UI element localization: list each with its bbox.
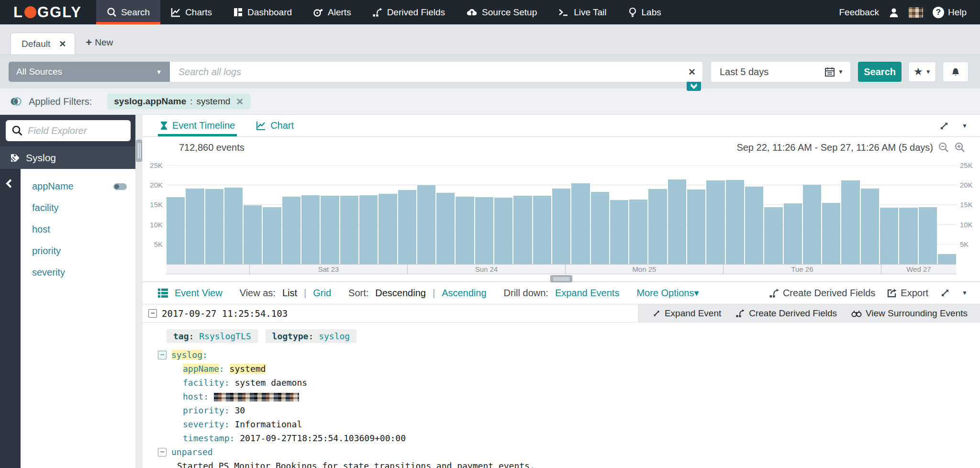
export-button[interactable]: Export (887, 288, 928, 299)
nav-item-search[interactable]: Search (96, 0, 160, 24)
expand-event-button[interactable]: Expand Event (652, 308, 721, 319)
sort-ascending[interactable]: Ascending (442, 288, 486, 299)
nav-item-derived-fields[interactable]: Derived Fields (362, 0, 456, 24)
view-as-list[interactable]: List (282, 288, 297, 299)
timeline-bar[interactable] (379, 194, 397, 264)
unparsed-label[interactable]: unparsed (171, 445, 213, 459)
timeline-bar[interactable] (726, 180, 744, 264)
timeline-bar[interactable] (456, 197, 474, 264)
panel-resize-handle[interactable] (136, 140, 142, 162)
sidebar-group-syslog[interactable]: Syslog (0, 146, 135, 169)
field-filter-toggle-icon[interactable] (113, 183, 127, 190)
timeline-bar[interactable] (340, 196, 358, 264)
field-item-facility[interactable]: facility (21, 197, 135, 219)
tree-root-key[interactable]: syslog (171, 350, 202, 360)
timeline-bar[interactable] (880, 208, 898, 264)
expand-panel-icon[interactable] (940, 288, 950, 298)
field-explorer-input[interactable] (28, 125, 125, 136)
timeline-bar[interactable] (359, 195, 378, 264)
tree-field-host[interactable]: host: (143, 390, 980, 403)
view-surrounding-events-button[interactable]: View Surrounding Events (851, 308, 968, 319)
timeline-bar[interactable] (648, 189, 667, 264)
timeline-bar[interactable] (803, 185, 821, 264)
timeline-bar[interactable] (687, 189, 705, 264)
timeline-bar[interactable] (706, 180, 724, 265)
timeline-bar[interactable] (591, 192, 609, 264)
field-item-appname[interactable]: appName (21, 176, 135, 197)
timeline-resize-handle[interactable] (550, 275, 572, 282)
search-button[interactable]: Search (858, 62, 902, 82)
create-derived-fields-button[interactable]: Create Derived Fields (769, 288, 875, 299)
tree-field-facility[interactable]: facility: system daemons (143, 376, 980, 390)
collapse-chevron-icon[interactable] (6, 179, 14, 188)
tab-close-icon[interactable]: ✕ (59, 39, 66, 49)
timeline-bar[interactable] (224, 188, 243, 264)
tree-field-priority[interactable]: priority: 30 (143, 403, 980, 417)
new-tab-button[interactable]: + New (86, 36, 113, 49)
loggly-logo[interactable]: LGGLY (0, 0, 96, 24)
source-selector[interactable]: All Sources ▼ (9, 62, 170, 82)
event-view-label[interactable]: Event View (175, 288, 223, 299)
timeline-bar[interactable] (938, 254, 956, 264)
timeline-bar[interactable] (668, 179, 686, 264)
view-as-grid[interactable]: Grid (313, 288, 331, 299)
create-derived-fields-button[interactable]: Create Derived Fields (735, 308, 837, 319)
tree-field-timestamp[interactable]: timestamp: 2017-09-27T18:25:54.103609+00… (143, 431, 980, 445)
remove-filter-icon[interactable]: ✕ (236, 96, 244, 107)
redacted-account-badge[interactable] (909, 7, 923, 18)
tab-event-timeline[interactable]: Event Timeline (158, 115, 237, 136)
user-icon[interactable] (889, 7, 899, 18)
zoom-out-icon[interactable] (938, 142, 949, 153)
nav-item-source-setup[interactable]: Source Setup (456, 0, 547, 24)
expand-search-chevrons-icon[interactable] (687, 82, 701, 91)
timeline-bar[interactable] (841, 180, 859, 265)
timeline-bar[interactable] (167, 197, 185, 264)
timeline-bar[interactable] (436, 193, 455, 264)
collapse-event-icon[interactable]: − (148, 309, 157, 318)
help-link[interactable]: ?Help (933, 7, 967, 18)
nav-item-dashboard[interactable]: Dashboard (223, 0, 302, 24)
timeline-bar[interactable] (533, 196, 551, 264)
timeline-bar[interactable] (571, 183, 590, 264)
field-item-priority[interactable]: priority (21, 240, 135, 262)
timeline-bar[interactable] (610, 200, 628, 264)
tab-chart[interactable]: Chart (254, 115, 296, 136)
timeline-bar[interactable] (417, 185, 435, 264)
nav-item-labs[interactable]: Labs (617, 0, 672, 24)
expand-events-link[interactable]: Expand Events (555, 288, 620, 299)
search-input[interactable] (170, 62, 702, 82)
tree-field-appname[interactable]: appName: systemd (143, 362, 980, 376)
panel-menu-caret-icon[interactable]: ▼ (962, 123, 968, 129)
nav-item-alerts[interactable]: Alerts (302, 0, 362, 24)
collapse-node-icon[interactable]: − (158, 351, 167, 359)
timeline-bar[interactable] (398, 190, 416, 264)
timeline-bar[interactable] (205, 189, 223, 264)
nav-item-live-tail[interactable]: Live Tail (547, 0, 617, 24)
panel-menu-caret-icon[interactable]: ▼ (962, 290, 968, 296)
feedback-link[interactable]: Feedback (839, 7, 879, 18)
timeline-bar[interactable] (629, 200, 647, 264)
timeline-bar[interactable] (899, 208, 917, 264)
timeline-bar[interactable] (263, 207, 281, 264)
timeline-bar[interactable] (764, 207, 782, 264)
time-range-selector[interactable]: Last 5 days ▼ (711, 62, 850, 82)
collapse-unparsed-icon[interactable]: − (158, 448, 167, 457)
filter-pill[interactable]: syslog.appName : systemd ✕ (107, 94, 250, 109)
timeline-bar[interactable] (244, 205, 262, 264)
timeline-bar[interactable] (919, 207, 937, 264)
expand-panel-icon[interactable] (939, 121, 949, 131)
tag-pill[interactable]: tag: RsyslogTLS (167, 329, 258, 343)
nav-item-charts[interactable]: Charts (160, 0, 223, 24)
field-item-severity[interactable]: severity (21, 262, 135, 283)
timeline-bar[interactable] (822, 203, 840, 264)
tree-field-severity[interactable]: severity: Informational (143, 417, 980, 431)
tab-default[interactable]: Default ✕ (11, 33, 75, 55)
timeline-bar[interactable] (784, 203, 802, 264)
logtype-pill[interactable]: logtype: syslog (266, 329, 357, 343)
field-item-host[interactable]: host (21, 219, 135, 240)
timeline-bar[interactable] (494, 198, 512, 264)
timeline-bar[interactable] (282, 197, 301, 264)
timeline-bar[interactable] (745, 187, 763, 264)
clear-search-icon[interactable]: ✕ (688, 67, 696, 78)
zoom-in-icon[interactable] (954, 142, 966, 153)
